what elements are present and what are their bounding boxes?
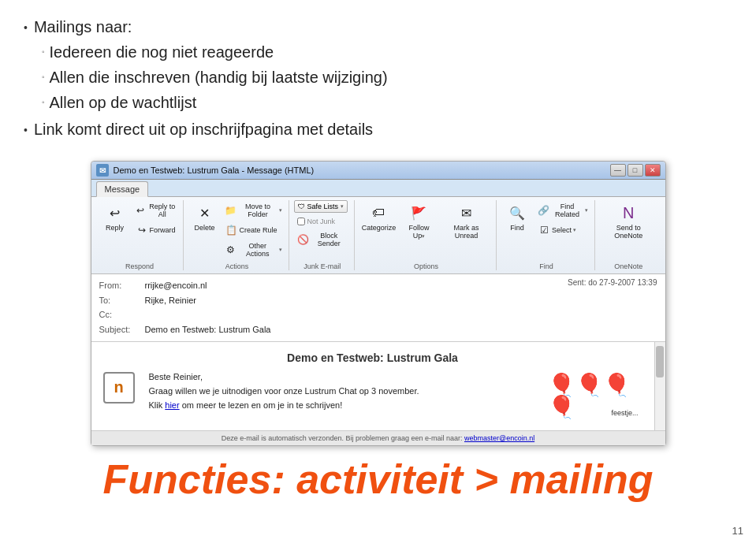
not-junk-checkbox[interactable] [297, 218, 305, 225]
other-actions-button[interactable]: ⚙ Other Actions▾ [222, 240, 285, 260]
mark-as-unread-icon: ✉ [457, 203, 476, 222]
ribbon-group-onenote: N Send to OneNote OneNote [597, 200, 660, 270]
reply-all-button[interactable]: ↩ Reply to All [132, 200, 181, 221]
reply-button[interactable]: ↩ Reply [99, 200, 131, 235]
find-buttons: 🔍 Find 🔗 Find Related▾ ☑ Select▾ [501, 200, 591, 260]
main-bullet-item-2: • Link komt direct uit op inschrijfpagin… [24, 117, 732, 142]
email-body-text: n Beste Reinier, Graag willen we je uitn… [103, 372, 540, 421]
sub-bullet-item-1: ◦ Iedereen die nog niet reageerde [42, 39, 388, 65]
respond-small-buttons: ↩ Reply to All ↪ Forward [132, 200, 181, 239]
find-small-buttons: 🔗 Find Related▾ ☑ Select▾ [534, 200, 591, 239]
from-label: From: [99, 278, 139, 293]
safe-lists-button[interactable]: 🛡 Safe Lists▾ [294, 200, 348, 213]
tab-message[interactable]: Message [96, 181, 149, 197]
email-footer-bar: Deze e-mail is automatisch verzonden. Bi… [91, 430, 665, 445]
block-sender-button[interactable]: 🚫 Block Sender [294, 229, 351, 250]
email-cc: Cc: [99, 307, 271, 322]
move-to-folder-icon: 📁 [225, 204, 236, 217]
respond-buttons: ↩ Reply ↩ Reply to All ↪ Forward [99, 200, 181, 260]
safe-lists-icon: 🛡 [298, 203, 305, 210]
sub-bullet-text-2: Allen die inschreven (handig bij laatste… [49, 65, 387, 90]
find-related-icon: 🔗 [538, 204, 549, 217]
main-bullet-item-1: • Mailings naar: ◦ Iedereen die nog niet… [24, 14, 732, 115]
feestje-text: feestje... [611, 409, 638, 417]
forward-button[interactable]: ↪ Forward [132, 221, 181, 239]
email-subject: Subject: Demo en Testweb: Lustrum Gala [99, 322, 271, 337]
onenote-group-label: OneNote [614, 262, 642, 270]
footer-email-link[interactable]: webmaster@encoin.nl [464, 434, 534, 442]
not-junk-label: Not Junk [307, 218, 336, 225]
ribbon-group-junk: 🛡 Safe Lists▾ Not Junk 🚫 Block Sender Ju… [291, 200, 355, 270]
title-bar: ✉ Demo en Testweb: Lustrum Gala - Messag… [91, 162, 665, 180]
subject-label: Subject: [99, 322, 139, 337]
create-rule-icon: 📋 [225, 224, 237, 236]
categorize-button[interactable]: 🏷 Categorize [359, 200, 398, 235]
options-buttons: 🏷 Categorize 🚩 Follow Up▾ ✉ Mark as Unre… [359, 200, 493, 260]
send-to-onenote-button[interactable]: N Send to OneNote [600, 200, 657, 243]
main-bullet-list: • Mailings naar: ◦ Iedereen die nog niet… [24, 14, 732, 142]
sub-bullet-item-2: ◦ Allen die inschreven (handig bij laats… [42, 65, 388, 90]
email-from: From: rrijke@encoin.nl [99, 278, 271, 293]
ribbon-group-respond: ↩ Reply ↩ Reply to All ↪ Forward [96, 200, 184, 270]
page-number: 11 [732, 525, 743, 537]
email-header: From: rrijke@encoin.nl To: Rijke, Reinie… [91, 274, 665, 342]
delete-button[interactable]: ✕ Delete [188, 200, 220, 235]
to-label: To: [99, 293, 139, 308]
email-scrollbar[interactable] [654, 342, 665, 430]
minimize-button[interactable]: — [610, 164, 626, 177]
actions-buttons: ✕ Delete 📁 Move to Folder▾ 📋 Create Rule [188, 200, 285, 260]
other-actions-icon: ⚙ [225, 244, 236, 256]
block-sender-icon: 🚫 [297, 233, 309, 246]
junk-buttons: 🛡 Safe Lists▾ Not Junk 🚫 Block Sender [294, 200, 351, 260]
title-bar-text: Demo en Testweb: Lustrum Gala - Message … [114, 166, 315, 175]
email-body-title: Demo en Testweb: Lustrum Gala [103, 351, 642, 364]
move-to-folder-button[interactable]: 📁 Move to Folder▾ [222, 200, 285, 221]
email-para2-link[interactable]: hier [165, 400, 179, 410]
from-value: rrijke@encoin.nl [145, 278, 207, 293]
forward-icon: ↪ [136, 224, 148, 236]
select-icon: ☑ [538, 224, 550, 236]
email-para2: Klik hier om meer te lezen en om je in t… [149, 400, 419, 410]
find-related-button[interactable]: 🔗 Find Related▾ [534, 200, 591, 221]
follow-up-icon: 🚩 [409, 203, 428, 222]
close-button[interactable]: ✕ [645, 164, 661, 177]
junk-group-label: Junk E-mail [304, 262, 341, 270]
create-rule-button[interactable]: 📋 Create Rule [222, 221, 285, 239]
email-body-main: n Beste Reinier, Graag willen we je uitn… [103, 372, 642, 421]
not-junk-checkbox-area: Not Junk [294, 216, 339, 227]
title-bar-left: ✉ Demo en Testweb: Lustrum Gala - Messag… [96, 164, 315, 177]
email-para2-suffix: om meer te lezen en om je in te schrijve… [180, 400, 343, 410]
email-window: ✉ Demo en Testweb: Lustrum Gala - Messag… [91, 161, 666, 446]
actions-small-buttons: 📁 Move to Folder▾ 📋 Create Rule ⚙ Other … [222, 200, 285, 260]
sub-bullet-text-3: Allen op de wachtlijst [49, 90, 196, 115]
email-para1: Graag willen we je uitnodigen voor onze … [149, 386, 419, 396]
select-button[interactable]: ☑ Select▾ [534, 221, 591, 239]
ribbon-group-actions: ✕ Delete 📁 Move to Folder▾ 📋 Create Rule [185, 200, 289, 270]
email-header-top: From: rrijke@encoin.nl To: Rijke, Reinie… [99, 278, 657, 337]
email-body: Demo en Testweb: Lustrum Gala n Beste Re… [91, 342, 654, 430]
scrollbar-thumb[interactable] [656, 346, 664, 377]
sub-bullet-list: ◦ Iedereen die nog niet reageerde ◦ Alle… [42, 39, 388, 115]
email-logo: n [103, 372, 135, 404]
bullet-icon-2: • [24, 121, 28, 139]
mark-as-unread-button[interactable]: ✉ Mark as Unread [440, 200, 493, 243]
maximize-button[interactable]: □ [628, 164, 643, 177]
reply-all-icon: ↩ [136, 204, 146, 217]
options-group-label: Options [414, 262, 438, 270]
reply-icon: ↩ [106, 203, 125, 222]
find-button[interactable]: 🔍 Find [501, 200, 533, 235]
bottom-heading-text: Functies: activiteit > mailing [103, 456, 654, 502]
ribbon-group-find: 🔍 Find 🔗 Find Related▾ ☑ Select▾ [498, 200, 595, 270]
actions-group-label: Actions [225, 262, 249, 270]
categorize-icon: 🏷 [369, 203, 388, 222]
follow-up-button[interactable]: 🚩 Follow Up▾ [400, 200, 438, 243]
bullet-icon-1: • [24, 19, 28, 36]
email-footer-text: Deze e-mail is automatisch verzonden. Bi… [222, 434, 534, 442]
to-value: Rijke, Reinier [145, 293, 196, 308]
delete-icon: ✕ [195, 203, 214, 222]
slide-content: • Mailings naar: ◦ Iedereen die nog niet… [0, 0, 756, 156]
title-bar-controls[interactable]: — □ ✕ [610, 164, 661, 177]
sub-bullet-text-1: Iedereen die nog niet reageerde [49, 39, 274, 65]
email-from-row: From: rrijke@encoin.nl To: Rijke, Reinie… [99, 278, 271, 337]
email-window-container: ✉ Demo en Testweb: Lustrum Gala - Messag… [0, 161, 756, 446]
